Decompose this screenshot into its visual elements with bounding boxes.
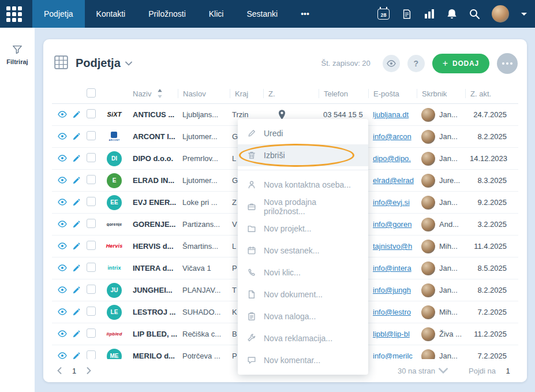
company-email-link[interactable]: info@goren xyxy=(373,220,411,229)
view-record-icon[interactable] xyxy=(58,133,67,141)
company-email-link[interactable]: ljubljana.dt xyxy=(373,110,409,119)
company-email-link[interactable]: info@lestro xyxy=(373,308,411,316)
prev-page-icon[interactable] xyxy=(55,365,64,376)
view-record-icon[interactable] xyxy=(58,264,67,272)
select-all-checkbox[interactable] xyxy=(87,88,96,98)
menu-item-nova-naloga[interactable]: Nova naloga... xyxy=(238,305,368,327)
view-record-icon[interactable] xyxy=(58,221,67,229)
search-icon[interactable] xyxy=(469,9,480,19)
menu-item-nov-sestanek[interactable]: Nov sestanek... xyxy=(238,240,368,262)
edit-record-icon[interactable] xyxy=(72,133,80,141)
company-name[interactable]: DIPO d.o.o. xyxy=(128,154,178,163)
nav-tab-podjetja[interactable]: Podjetja xyxy=(32,0,85,28)
company-name[interactable]: ELRAD IN... xyxy=(128,176,178,185)
app-grid-icon[interactable] xyxy=(0,0,28,28)
view-selector-chevron-icon[interactable] xyxy=(125,61,132,66)
row-checkbox[interactable] xyxy=(87,219,96,228)
help-button[interactable]: ? xyxy=(407,55,425,72)
row-checkbox[interactable] xyxy=(87,109,96,118)
menu-item-nov-komentar[interactable]: Nov komentar... xyxy=(238,349,368,371)
company-name[interactable]: ANTICUS ... xyxy=(128,110,178,119)
goto-page-input[interactable] xyxy=(500,367,515,375)
per-page-selector[interactable]: 30 na stran xyxy=(398,366,448,375)
menu-item-nov-projekt[interactable]: Nov projekt... xyxy=(238,218,368,240)
view-record-icon[interactable] xyxy=(58,286,67,294)
column-header-z[interactable]: Z. xyxy=(263,89,319,98)
menu-item-nova-prodajna-priloznost[interactable]: Nova prodajna priložnost... xyxy=(238,196,368,218)
column-header-telefon[interactable]: Telefon xyxy=(319,89,368,98)
user-menu-chevron-icon[interactable] xyxy=(521,13,527,16)
column-header-skrbnik[interactable]: Skrbnik xyxy=(417,89,465,98)
table-view-icon[interactable] xyxy=(54,55,69,72)
edit-record-icon[interactable] xyxy=(72,242,80,251)
edit-record-icon[interactable] xyxy=(72,177,80,185)
nav-tab-sestanki[interactable]: Sestanki xyxy=(235,0,289,28)
sort-icon[interactable] xyxy=(155,89,164,98)
company-name[interactable]: LESTROJ ... xyxy=(128,308,178,316)
row-checkbox[interactable] xyxy=(87,153,96,162)
company-name[interactable]: GORENJE... xyxy=(128,220,178,229)
bell-icon[interactable] xyxy=(447,9,457,20)
company-name[interactable]: ARCONT I... xyxy=(128,132,178,141)
nav-tab-klici[interactable]: Klici xyxy=(197,0,235,28)
more-options-button[interactable] xyxy=(497,53,518,74)
row-checkbox[interactable] xyxy=(87,241,96,250)
row-checkbox[interactable] xyxy=(87,307,96,316)
current-page[interactable]: 1 xyxy=(72,367,76,375)
column-header-kraj[interactable]: Kraj xyxy=(230,89,263,98)
company-email-link[interactable]: tajnistvo@h xyxy=(373,242,412,251)
company-name[interactable]: INTERA d... xyxy=(128,264,178,272)
column-header-eposta[interactable]: E-pošta xyxy=(368,89,417,98)
view-record-icon[interactable] xyxy=(58,155,67,163)
column-header-naziv[interactable]: Naziv xyxy=(128,89,178,98)
row-checkbox[interactable] xyxy=(87,175,96,184)
view-record-icon[interactable] xyxy=(58,308,67,316)
view-record-icon[interactable] xyxy=(58,199,67,207)
column-header-naslov[interactable]: Naslov xyxy=(178,89,230,98)
edit-record-icon[interactable] xyxy=(72,221,80,229)
row-checkbox[interactable] xyxy=(87,285,96,294)
nav-tab-more[interactable]: ••• xyxy=(289,0,321,28)
edit-record-icon[interactable] xyxy=(72,111,80,119)
company-email-link[interactable]: info@evj.si xyxy=(373,198,410,207)
company-email-link[interactable]: elrad@elrad xyxy=(373,176,414,185)
company-email-link[interactable]: info@arcon xyxy=(373,132,411,141)
menu-item-izbrisi[interactable]: Izbriši xyxy=(238,144,368,166)
company-email-link[interactable]: dipo@dipo. xyxy=(373,154,411,163)
menu-item-nova-kontaktna-oseba[interactable]: Nova kontaktna oseba... xyxy=(238,174,368,196)
contract-icon[interactable] xyxy=(402,9,412,20)
company-name[interactable]: JUNGHEI... xyxy=(128,286,178,294)
company-name[interactable]: MERILO d... xyxy=(128,352,178,359)
company-name[interactable]: LIP BLED, ... xyxy=(128,330,178,338)
column-header-zakt[interactable]: Z. akt. xyxy=(465,89,518,98)
row-checkbox[interactable] xyxy=(87,197,96,206)
view-record-icon[interactable] xyxy=(58,111,67,119)
menu-item-novi-klic[interactable]: Novi klic... xyxy=(238,262,368,283)
company-map-cell[interactable] xyxy=(263,110,319,120)
menu-item-nov-dokument[interactable]: Nov dokument... xyxy=(238,283,368,305)
add-button[interactable]: + DODAJ xyxy=(432,54,489,73)
visibility-button[interactable] xyxy=(383,55,400,72)
row-checkbox[interactable] xyxy=(87,131,96,140)
view-record-icon[interactable] xyxy=(58,242,67,251)
company-name[interactable]: HERVIS d... xyxy=(128,242,178,251)
chart-icon[interactable] xyxy=(424,9,435,18)
edit-record-icon[interactable] xyxy=(72,352,80,360)
edit-record-icon[interactable] xyxy=(72,155,80,163)
row-checkbox[interactable] xyxy=(87,350,96,359)
menu-item-nova-reklamacija[interactable]: Nova reklamacija... xyxy=(238,327,368,349)
filter-button[interactable]: Filtriraj xyxy=(6,45,28,65)
row-checkbox[interactable] xyxy=(87,328,96,338)
company-email-link[interactable]: info@jungh xyxy=(373,286,411,294)
company-email-link[interactable]: info@intera xyxy=(373,264,411,272)
view-record-icon[interactable] xyxy=(58,177,67,185)
user-avatar[interactable] xyxy=(492,5,509,23)
edit-record-icon[interactable] xyxy=(72,286,80,294)
menu-item-uredi[interactable]: Uredi xyxy=(238,122,368,144)
company-name[interactable]: EVJ ENER... xyxy=(128,198,178,207)
nav-tab-priloznosti[interactable]: Priložnosti xyxy=(137,0,197,28)
edit-record-icon[interactable] xyxy=(72,308,80,316)
calendar-icon[interactable]: 28 xyxy=(377,9,390,20)
edit-record-icon[interactable] xyxy=(72,264,80,272)
edit-record-icon[interactable] xyxy=(72,330,80,338)
